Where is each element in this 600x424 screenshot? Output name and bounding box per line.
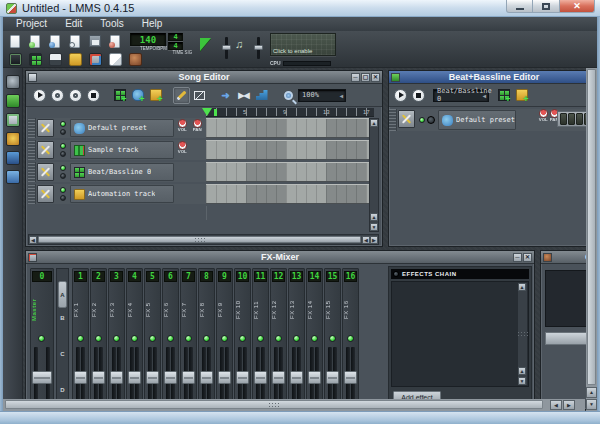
fx-channel-6[interactable]: 6FX 6 [162, 268, 179, 408]
new-project-button[interactable] [7, 33, 23, 49]
song-editor-hscrollbar[interactable]: ◀ ◀ ▶ [28, 234, 379, 245]
hscroll-handle[interactable] [38, 236, 361, 243]
master-pitch-slider[interactable] [257, 37, 260, 59]
open-project-button[interactable] [27, 33, 43, 49]
fx-channel-1[interactable]: 1FX 1 [72, 268, 89, 408]
record-accompany-button[interactable] [67, 87, 84, 104]
toggle-bb-editor-button[interactable] [27, 51, 43, 67]
channel-fader[interactable] [163, 347, 178, 404]
fader-handle[interactable] [218, 371, 231, 384]
channel-led[interactable] [347, 335, 354, 342]
timesig-numerator[interactable]: 4 [168, 33, 183, 41]
song-timeline[interactable]: 591317 [206, 108, 374, 117]
toggle-piano-roll-button[interactable] [47, 51, 63, 67]
bb-stop-button[interactable] [410, 87, 427, 104]
fxchain-scroll-up-icon[interactable]: ▲ [518, 283, 526, 291]
fader-handle[interactable] [200, 371, 213, 384]
add-automation-track-button[interactable] [147, 87, 164, 104]
fxchain-scroll-down-icon[interactable]: ▼ [518, 377, 526, 385]
tempo-display[interactable]: 140 [130, 33, 166, 46]
zoom-level-combo[interactable]: 100% ◀ [298, 89, 346, 102]
toggle-automation-editor-button[interactable] [67, 51, 83, 67]
record-button[interactable] [49, 87, 66, 104]
minimize-button[interactable] [506, 0, 533, 13]
track-grip[interactable] [28, 118, 36, 138]
scroll-right-icon[interactable]: ▶ [370, 236, 378, 244]
fader-handle[interactable] [344, 371, 357, 384]
scroll-left2-icon[interactable]: ◀ [362, 236, 370, 244]
draw-mode-button[interactable] [173, 87, 190, 104]
fx-channel-0[interactable]: 0Master [30, 268, 54, 408]
fader-handle[interactable] [290, 371, 303, 384]
workspace-vscroll-handle[interactable] [587, 69, 596, 385]
play-button[interactable] [31, 87, 48, 104]
bb-vol-knob[interactable]: VOL [538, 109, 549, 131]
menu-help[interactable]: Help [134, 17, 171, 31]
toggle-song-editor-button[interactable] [7, 51, 23, 67]
channel-fader[interactable] [325, 347, 340, 404]
bb-play-button[interactable] [392, 87, 409, 104]
maximize-button[interactable] [533, 0, 559, 13]
channel-fader[interactable] [91, 347, 106, 404]
channel-fader[interactable] [289, 347, 304, 404]
channel-fader[interactable] [307, 347, 322, 404]
fader-handle[interactable] [74, 371, 87, 384]
output-visualizer[interactable]: Click to enable [270, 33, 336, 56]
channel-led[interactable] [149, 335, 156, 342]
fx-channel-14[interactable]: 14FX 14 [306, 268, 323, 408]
track-grip[interactable] [28, 184, 36, 204]
close-button[interactable]: ✕ [559, 0, 595, 13]
channel-led[interactable] [239, 335, 246, 342]
song-editor-vscrollbar[interactable]: ▲ ▲ ▼ [369, 118, 379, 232]
mute-led[interactable] [60, 165, 66, 171]
channel-fader[interactable] [199, 347, 214, 404]
add-bb-track-button[interactable] [111, 87, 128, 104]
song-editor-minimize-button[interactable]: ─ [351, 73, 360, 82]
menu-tools[interactable]: Tools [92, 17, 131, 31]
controller-rack-list[interactable] [545, 270, 589, 327]
channel-fader[interactable] [127, 347, 142, 404]
fx-channel-11[interactable]: 11FX 11 [252, 268, 269, 408]
fx-channel-10[interactable]: 10FX 10 [234, 268, 251, 408]
back-to-zero-button[interactable]: ➜ [217, 87, 234, 104]
channel-led[interactable] [113, 335, 120, 342]
beat-cell[interactable] [560, 113, 567, 125]
track-ops-button[interactable] [37, 163, 54, 181]
fxchain-scroll-up2-icon[interactable]: ▲ [518, 367, 526, 375]
track-grid-segment[interactable] [206, 162, 370, 182]
bb-pattern-combo[interactable]: Beat/Bassline 0 ◀ [433, 89, 489, 102]
track-name-plate[interactable]: Default preset [70, 119, 174, 137]
scroll-up2-icon[interactable]: ▲ [370, 213, 378, 221]
song-editor-close-button[interactable]: ✕ [371, 73, 380, 82]
fader-handle[interactable] [164, 371, 177, 384]
effects-chain-enable-led[interactable] [393, 271, 399, 277]
mute-led[interactable] [60, 121, 66, 127]
fader-handle[interactable] [32, 371, 52, 384]
track-name-plate[interactable]: Sample track [70, 141, 174, 159]
fader-handle[interactable] [110, 371, 123, 384]
scroll-left-icon[interactable]: ◀ [29, 236, 37, 244]
fader-handle[interactable] [92, 371, 105, 384]
knob-pan[interactable]: PAN [192, 119, 203, 138]
zoom-button[interactable] [280, 87, 297, 104]
mute-led[interactable] [60, 187, 66, 193]
track-name-plate[interactable]: Beat/Bassline 0 [70, 163, 174, 181]
effects-chain-list[interactable]: ▲ ▲ ▼ [391, 281, 529, 387]
sidebar-root-icon[interactable] [6, 170, 20, 184]
sidebar-samples-icon[interactable] [6, 94, 20, 108]
fx-channel-8[interactable]: 8FX 8 [198, 268, 215, 408]
add-sample-track-button[interactable] [129, 87, 146, 104]
beat-cell[interactable] [576, 113, 583, 125]
channel-fader[interactable] [145, 347, 160, 404]
fx-mixer-titlebar[interactable]: FX-Mixer ─ ✕ [26, 251, 534, 264]
channel-fader[interactable] [271, 347, 286, 404]
toggle-fx-mixer-button[interactable] [87, 51, 103, 67]
channel-led[interactable] [203, 335, 210, 342]
channel-fader[interactable] [343, 347, 358, 404]
master-volume-slider[interactable] [225, 37, 228, 59]
back-to-start-button[interactable]: ▶◀ [235, 87, 252, 104]
channel-fader[interactable] [31, 347, 53, 404]
edit-mode-button[interactable] [191, 87, 208, 104]
channel-led[interactable] [257, 335, 264, 342]
track-grip[interactable] [28, 140, 36, 160]
